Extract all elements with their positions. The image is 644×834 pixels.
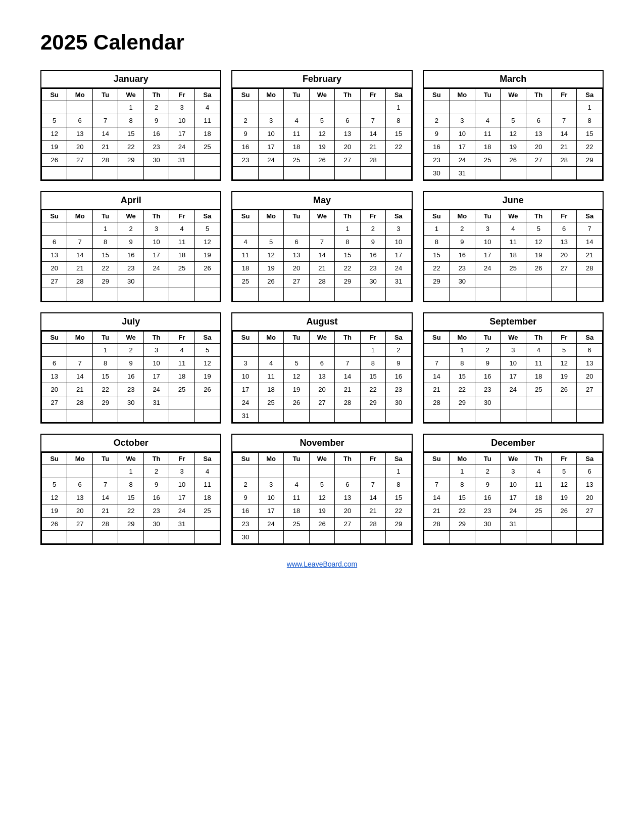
day-cell: 22 <box>118 504 143 518</box>
day-cell: 10 <box>169 478 194 491</box>
day-cell <box>284 344 309 357</box>
day-cell: 9 <box>118 236 143 249</box>
day-cell <box>284 167 309 180</box>
day-cell: 29 <box>360 396 385 409</box>
day-cell <box>577 518 603 531</box>
day-cell <box>169 409 194 423</box>
day-cell <box>552 518 577 531</box>
day-cell: 21 <box>92 141 118 154</box>
day-cell: 19 <box>42 141 67 154</box>
day-cell <box>386 167 412 180</box>
day-header-we: We <box>309 89 334 101</box>
day-cell: 20 <box>335 504 360 518</box>
day-cell: 9 <box>475 357 500 370</box>
day-header-su: Su <box>424 210 449 222</box>
week-row: 17181920212223 <box>233 383 411 396</box>
day-cell: 11 <box>284 491 309 504</box>
day-cell: 12 <box>258 249 283 262</box>
day-cell: 28 <box>577 262 603 275</box>
day-cell: 26 <box>501 154 526 167</box>
day-cell: 13 <box>42 249 67 262</box>
day-cell <box>169 531 194 544</box>
day-cell: 14 <box>424 370 449 383</box>
day-cell: 6 <box>67 478 92 491</box>
day-cell: 28 <box>92 518 118 531</box>
day-cell: 24 <box>169 504 194 518</box>
day-cell <box>386 531 412 544</box>
week-row: 13141516171819 <box>42 370 220 383</box>
week-row: 14151617181920 <box>424 370 602 383</box>
day-cell <box>258 288 283 301</box>
day-cell: 7 <box>67 357 92 370</box>
day-cell <box>194 288 220 301</box>
day-cell: 19 <box>42 504 67 518</box>
day-cell: 22 <box>424 262 449 275</box>
day-cell <box>552 101 577 114</box>
day-cell: 15 <box>118 127 143 141</box>
month-title-august: August <box>232 313 411 331</box>
day-cell: 23 <box>475 504 500 518</box>
day-cell: 7 <box>552 114 577 127</box>
day-header-mo: Mo <box>67 332 92 344</box>
day-cell: 12 <box>526 236 551 249</box>
month-table-march: SuMoTuWeThFrSa12345678910111213141516171… <box>424 88 603 180</box>
day-cell: 21 <box>424 504 449 518</box>
day-cell: 23 <box>475 383 500 396</box>
day-cell: 26 <box>258 275 283 288</box>
day-cell: 4 <box>475 114 500 127</box>
day-header-th: Th <box>335 332 360 344</box>
day-header-fr: Fr <box>552 89 577 101</box>
day-cell <box>475 288 500 301</box>
day-cell: 27 <box>67 154 92 167</box>
day-cell: 29 <box>386 518 412 531</box>
day-cell: 3 <box>143 344 169 357</box>
day-cell <box>67 409 92 423</box>
day-cell: 4 <box>169 344 194 357</box>
day-cell: 14 <box>309 249 334 262</box>
week-row: 23242526272829 <box>233 518 411 531</box>
day-cell: 16 <box>450 249 475 262</box>
day-cell <box>194 167 220 180</box>
week-row: 2345678 <box>233 478 411 491</box>
month-table-february: SuMoTuWeThFrSa12345678910111213141516171… <box>232 88 411 180</box>
day-cell: 13 <box>67 127 92 141</box>
day-cell <box>335 465 360 478</box>
day-cell <box>67 167 92 180</box>
day-cell: 6 <box>42 357 67 370</box>
day-cell: 25 <box>233 275 258 288</box>
day-cell <box>526 167 551 180</box>
day-header-sa: Sa <box>194 210 220 222</box>
day-cell: 17 <box>143 249 169 262</box>
day-cell: 11 <box>194 114 220 127</box>
day-cell: 25 <box>475 154 500 167</box>
day-cell: 24 <box>143 383 169 396</box>
day-cell <box>92 531 118 544</box>
day-cell: 2 <box>424 114 449 127</box>
day-cell: 20 <box>67 141 92 154</box>
day-cell <box>501 288 526 301</box>
day-cell: 7 <box>360 114 385 127</box>
day-cell: 22 <box>577 141 603 154</box>
day-cell <box>475 531 500 544</box>
day-cell: 5 <box>501 114 526 127</box>
day-cell: 7 <box>92 114 118 127</box>
day-header-fr: Fr <box>169 332 194 344</box>
month-table-january: SuMoTuWeThFrSa12345678910111213141516171… <box>41 88 220 180</box>
day-cell <box>386 288 412 301</box>
day-cell <box>194 518 220 531</box>
footer-link[interactable]: www.LeaveBoard.com <box>40 560 604 568</box>
day-cell: 12 <box>552 478 577 491</box>
day-cell <box>552 531 577 544</box>
day-cell <box>194 275 220 288</box>
day-cell: 28 <box>424 518 449 531</box>
day-cell <box>360 167 385 180</box>
day-header-we: We <box>118 89 143 101</box>
day-cell: 17 <box>501 491 526 504</box>
day-cell <box>386 409 412 423</box>
day-cell: 12 <box>552 357 577 370</box>
month-table-september: SuMoTuWeThFrSa12345678910111213141516171… <box>424 331 603 423</box>
month-block-october: OctoberSuMoTuWeThFrSa1234567891011121314… <box>40 434 221 545</box>
day-header-we: We <box>118 453 143 465</box>
day-cell <box>233 101 258 114</box>
day-cell: 15 <box>424 249 449 262</box>
